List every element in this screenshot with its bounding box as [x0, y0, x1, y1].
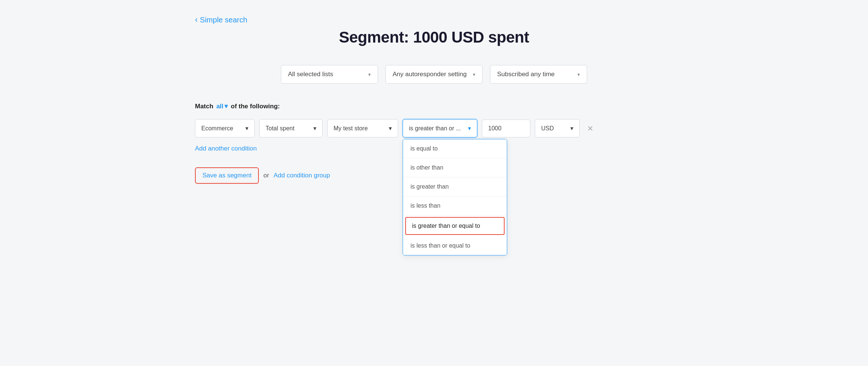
- match-prefix: Match: [195, 103, 213, 110]
- remove-condition-button[interactable]: ✕: [584, 122, 596, 134]
- remove-icon: ✕: [587, 124, 593, 133]
- footer-or-label: or: [263, 172, 269, 179]
- match-row: Match all ▾ of the following:: [195, 102, 673, 110]
- autoresponder-select-value: Any autoresponder setting: [393, 71, 466, 78]
- ecommerce-select-value: Ecommerce: [201, 125, 233, 132]
- metric-select[interactable]: Total spent ▾: [259, 119, 323, 137]
- list-select[interactable]: All selected lists ▾: [281, 65, 378, 84]
- match-all-chevron-icon: ▾: [224, 102, 228, 110]
- operator-chevron-icon: ▾: [468, 125, 471, 132]
- condition-row: Ecommerce ▾ Total spent ▾ My test store …: [195, 119, 673, 137]
- subscribed-select[interactable]: Subscribed any time ▾: [490, 65, 587, 84]
- save-segment-button[interactable]: Save as segment: [195, 167, 259, 184]
- match-all-label: all: [216, 103, 223, 110]
- dropdown-item-less[interactable]: is less than: [403, 196, 507, 215]
- dropdown-item-equal[interactable]: is equal to: [403, 139, 507, 158]
- dropdown-item-greater[interactable]: is greater than: [403, 177, 507, 196]
- match-all-button[interactable]: all ▾: [216, 102, 228, 110]
- add-condition-button[interactable]: Add another condition: [195, 145, 257, 152]
- operator-dropdown: is equal to is other than is greater tha…: [403, 139, 507, 255]
- operator-select-value: is greater than or ...: [409, 125, 461, 132]
- currency-select[interactable]: USD ▾: [535, 119, 580, 137]
- list-select-value: All selected lists: [288, 71, 333, 78]
- metric-chevron-icon: ▾: [313, 125, 316, 132]
- ecommerce-select[interactable]: Ecommerce ▾: [195, 119, 255, 137]
- store-select[interactable]: My test store ▾: [327, 119, 398, 137]
- list-select-chevron-icon: ▾: [368, 72, 371, 77]
- dropdown-item-other[interactable]: is other than: [403, 158, 507, 177]
- operator-select[interactable]: is greater than or ... ▾: [403, 119, 477, 137]
- currency-chevron-icon: ▾: [570, 125, 573, 132]
- dropdown-item-greater-equal[interactable]: is greater than or equal to: [405, 217, 505, 235]
- match-suffix: of the following:: [231, 103, 280, 110]
- value-input[interactable]: [482, 120, 530, 137]
- dropdown-item-less-equal[interactable]: is less than or equal to: [403, 236, 507, 255]
- add-condition-group-button[interactable]: Add condition group: [273, 172, 330, 179]
- currency-select-value: USD: [541, 125, 554, 132]
- subscribed-select-chevron-icon: ▾: [577, 72, 580, 77]
- back-chevron-icon: ‹: [195, 15, 198, 25]
- ecommerce-chevron-icon: ▾: [245, 125, 248, 132]
- autoresponder-select-chevron-icon: ▾: [473, 72, 475, 77]
- autoresponder-select[interactable]: Any autoresponder setting ▾: [385, 65, 483, 84]
- metric-select-value: Total spent: [266, 125, 294, 132]
- store-chevron-icon: ▾: [389, 125, 392, 132]
- back-link[interactable]: ‹ Simple search: [195, 15, 247, 25]
- page-title: Segment: 1000 USD spent: [195, 28, 673, 46]
- store-select-value: My test store: [334, 125, 368, 132]
- filter-bar: All selected lists ▾ Any autoresponder s…: [195, 65, 673, 84]
- back-link-label: Simple search: [200, 16, 247, 24]
- subscribed-select-value: Subscribed any time: [497, 71, 555, 78]
